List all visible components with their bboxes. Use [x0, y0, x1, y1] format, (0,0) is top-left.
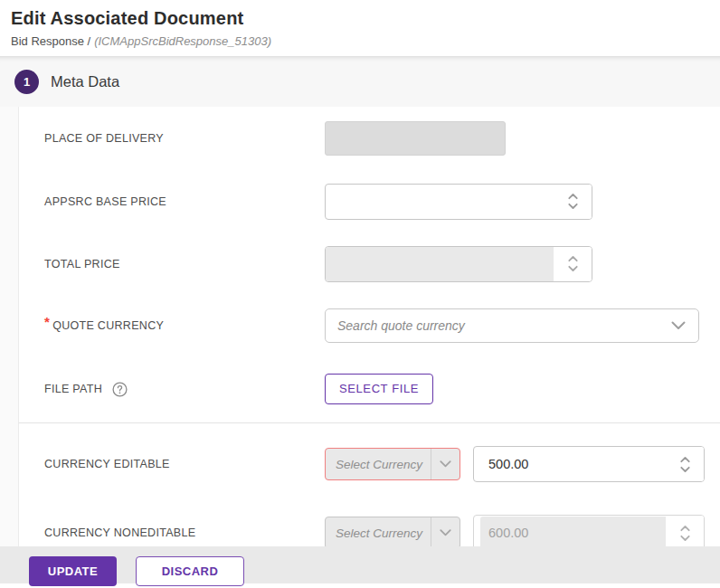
currency-noneditable-amount-input: [473, 515, 705, 551]
total-price-label: TOTAL PRICE: [44, 258, 325, 270]
appsrc-base-price-label: APPSRC BASE PRICE: [44, 195, 325, 208]
field-row-file-path: FILE PATH SELECT FILE: [19, 356, 720, 422]
total-price-input: [325, 246, 592, 282]
total-price-field: [337, 257, 554, 271]
appsrc-base-price-input[interactable]: [325, 184, 592, 220]
required-asterisk: *: [44, 314, 50, 329]
spinner-up-down-icon: [679, 455, 691, 474]
field-row-total-price: TOTAL PRICE: [19, 232, 720, 295]
quote-currency-label-text: QUOTE CURRENCY: [52, 319, 164, 332]
currency-editable-amount-input[interactable]: [473, 446, 705, 482]
currency-noneditable-select-chevron: [431, 517, 459, 548]
appsrc-base-price-value[interactable]: [326, 185, 554, 219]
page-title: Edit Associated Document: [11, 8, 720, 29]
total-price-value: [326, 247, 554, 281]
breadcrumb-root[interactable]: Bid Response /: [11, 34, 90, 48]
spinner-up-down-icon: [567, 192, 579, 211]
currency-editable-amount-spinner[interactable]: [666, 447, 704, 481]
update-button[interactable]: UPDATE: [29, 556, 117, 586]
step-number-badge: 1: [14, 70, 39, 94]
discard-button[interactable]: DISCARD: [136, 556, 244, 586]
field-row-quote-currency: * QUOTE CURRENCY Search quote currency: [19, 295, 720, 356]
appsrc-base-price-spinner[interactable]: [554, 185, 592, 219]
place-of-delivery-input: [325, 121, 506, 156]
chevron-down-icon: [671, 321, 686, 330]
currency-noneditable-amount-value: [480, 517, 666, 549]
currency-editable-amount-value[interactable]: [474, 447, 666, 481]
field-row-place-of-delivery: PLACE OF DELIVERY: [19, 107, 720, 170]
total-price-spinner: [554, 247, 592, 281]
section-title: Meta Data: [51, 73, 119, 90]
currency-noneditable-select-placeholder: Select Currency: [326, 517, 431, 548]
spinner-up-down-icon: [679, 524, 691, 543]
file-path-label-text: FILE PATH: [44, 383, 102, 395]
appsrc-base-price-field[interactable]: [337, 194, 554, 209]
currency-editable-select-chevron: [431, 449, 459, 479]
quote-currency-label: * QUOTE CURRENCY: [44, 318, 325, 333]
form-content: PLACE OF DELIVERY APPSRC BASE PRICE: [0, 107, 720, 588]
currency-editable-select: Select Currency: [325, 448, 460, 480]
currency-noneditable-select: Select Currency: [325, 517, 460, 549]
breadcrumb: Bid Response /(ICMAppSrcBidResponse_5130…: [11, 34, 720, 48]
currency-editable-label: CURRENCY EDITABLE: [44, 458, 325, 470]
place-of-delivery-label: PLACE OF DELIVERY: [44, 132, 325, 145]
currency-editable-amount-field[interactable]: [488, 457, 666, 471]
currency-noneditable-amount-spinner: [666, 516, 704, 550]
breadcrumb-document: (ICMAppSrcBidResponse_51303): [94, 34, 271, 48]
help-question-icon[interactable]: [112, 382, 128, 397]
quote-currency-select[interactable]: Search quote currency: [325, 308, 699, 343]
edit-associated-document-page: Edit Associated Document Bid Response /(…: [0, 0, 720, 588]
file-path-label: FILE PATH: [44, 381, 325, 396]
currency-noneditable-amount-field: [488, 526, 666, 540]
field-row-currency-editable: CURRENCY EDITABLE Select Currency: [19, 430, 720, 498]
section-header-meta-data: 1 Meta Data: [0, 56, 720, 107]
chevron-down-icon: [440, 529, 451, 536]
chevron-down-icon: [440, 460, 451, 468]
currency-noneditable-label: CURRENCY NONEDITABLE: [44, 526, 325, 539]
quote-currency-placeholder: Search quote currency: [337, 318, 465, 333]
page-header: Edit Associated Document Bid Response /(…: [0, 0, 720, 56]
meta-data-fields-group: PLACE OF DELIVERY APPSRC BASE PRICE: [18, 107, 720, 422]
spinner-up-down-icon: [567, 254, 579, 273]
select-file-button[interactable]: SELECT FILE: [325, 374, 433, 404]
currency-editable-select-placeholder: Select Currency: [326, 449, 431, 479]
field-row-appsrc-base-price: APPSRC BASE PRICE: [19, 170, 720, 232]
